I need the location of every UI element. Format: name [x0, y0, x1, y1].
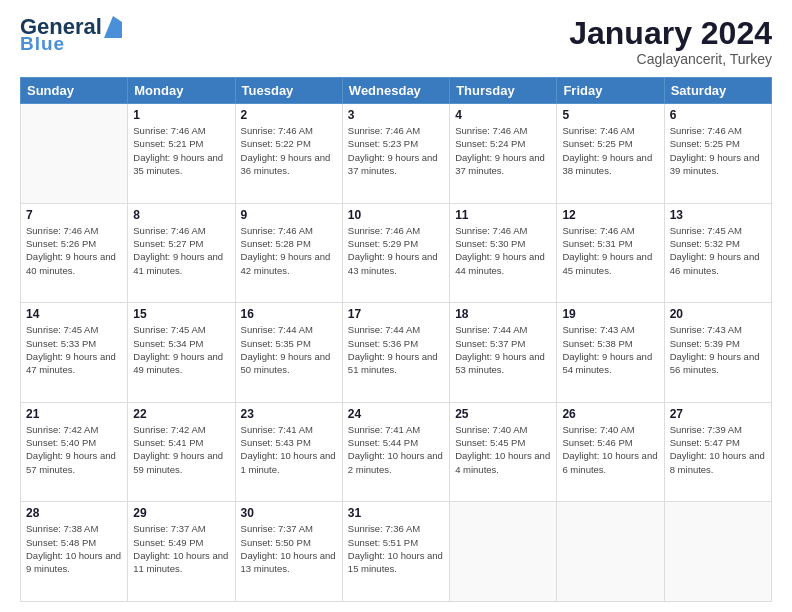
day-info: Sunrise: 7:46 AM Sunset: 5:23 PM Dayligh…: [348, 124, 444, 177]
day-number: 18: [455, 307, 551, 321]
calendar-cell: 26 Sunrise: 7:40 AM Sunset: 5:46 PM Dayl…: [557, 402, 664, 502]
day-info: Sunrise: 7:46 AM Sunset: 5:24 PM Dayligh…: [455, 124, 551, 177]
day-info: Sunrise: 7:41 AM Sunset: 5:44 PM Dayligh…: [348, 423, 444, 476]
day-info: Sunrise: 7:46 AM Sunset: 5:28 PM Dayligh…: [241, 224, 337, 277]
day-number: 2: [241, 108, 337, 122]
day-info: Sunrise: 7:46 AM Sunset: 5:25 PM Dayligh…: [562, 124, 658, 177]
day-info: Sunrise: 7:46 AM Sunset: 5:26 PM Dayligh…: [26, 224, 122, 277]
day-number: 4: [455, 108, 551, 122]
day-number: 14: [26, 307, 122, 321]
col-sunday: Sunday: [21, 78, 128, 104]
calendar-cell: 30 Sunrise: 7:37 AM Sunset: 5:50 PM Dayl…: [235, 502, 342, 602]
calendar-cell: 1 Sunrise: 7:46 AM Sunset: 5:21 PM Dayli…: [128, 104, 235, 204]
day-number: 22: [133, 407, 229, 421]
day-info: Sunrise: 7:43 AM Sunset: 5:38 PM Dayligh…: [562, 323, 658, 376]
day-number: 26: [562, 407, 658, 421]
col-friday: Friday: [557, 78, 664, 104]
calendar-cell: 7 Sunrise: 7:46 AM Sunset: 5:26 PM Dayli…: [21, 203, 128, 303]
calendar-cell: 19 Sunrise: 7:43 AM Sunset: 5:38 PM Dayl…: [557, 303, 664, 403]
calendar-cell: 12 Sunrise: 7:46 AM Sunset: 5:31 PM Dayl…: [557, 203, 664, 303]
col-monday: Monday: [128, 78, 235, 104]
day-number: 3: [348, 108, 444, 122]
calendar-cell: [664, 502, 771, 602]
logo-blue: Blue: [20, 34, 122, 53]
day-info: Sunrise: 7:46 AM Sunset: 5:31 PM Dayligh…: [562, 224, 658, 277]
day-number: 30: [241, 506, 337, 520]
calendar-cell: 14 Sunrise: 7:45 AM Sunset: 5:33 PM Dayl…: [21, 303, 128, 403]
day-info: Sunrise: 7:42 AM Sunset: 5:41 PM Dayligh…: [133, 423, 229, 476]
col-tuesday: Tuesday: [235, 78, 342, 104]
day-info: Sunrise: 7:45 AM Sunset: 5:32 PM Dayligh…: [670, 224, 766, 277]
calendar-cell: [557, 502, 664, 602]
calendar-cell: 23 Sunrise: 7:41 AM Sunset: 5:43 PM Dayl…: [235, 402, 342, 502]
day-number: 1: [133, 108, 229, 122]
day-number: 12: [562, 208, 658, 222]
day-number: 23: [241, 407, 337, 421]
calendar-cell: 4 Sunrise: 7:46 AM Sunset: 5:24 PM Dayli…: [450, 104, 557, 204]
day-number: 25: [455, 407, 551, 421]
calendar-cell: 3 Sunrise: 7:46 AM Sunset: 5:23 PM Dayli…: [342, 104, 449, 204]
day-info: Sunrise: 7:37 AM Sunset: 5:50 PM Dayligh…: [241, 522, 337, 575]
day-number: 29: [133, 506, 229, 520]
calendar-cell: 31 Sunrise: 7:36 AM Sunset: 5:51 PM Dayl…: [342, 502, 449, 602]
day-number: 8: [133, 208, 229, 222]
calendar-cell: 2 Sunrise: 7:46 AM Sunset: 5:22 PM Dayli…: [235, 104, 342, 204]
day-info: Sunrise: 7:46 AM Sunset: 5:22 PM Dayligh…: [241, 124, 337, 177]
day-number: 27: [670, 407, 766, 421]
calendar-cell: 28 Sunrise: 7:38 AM Sunset: 5:48 PM Dayl…: [21, 502, 128, 602]
day-info: Sunrise: 7:41 AM Sunset: 5:43 PM Dayligh…: [241, 423, 337, 476]
logo: General Blue: [20, 16, 122, 53]
header-row: Sunday Monday Tuesday Wednesday Thursday…: [21, 78, 772, 104]
calendar-cell: 21 Sunrise: 7:42 AM Sunset: 5:40 PM Dayl…: [21, 402, 128, 502]
col-wednesday: Wednesday: [342, 78, 449, 104]
day-number: 20: [670, 307, 766, 321]
day-number: 6: [670, 108, 766, 122]
day-number: 9: [241, 208, 337, 222]
day-info: Sunrise: 7:44 AM Sunset: 5:35 PM Dayligh…: [241, 323, 337, 376]
day-info: Sunrise: 7:46 AM Sunset: 5:29 PM Dayligh…: [348, 224, 444, 277]
calendar-cell: 22 Sunrise: 7:42 AM Sunset: 5:41 PM Dayl…: [128, 402, 235, 502]
day-number: 28: [26, 506, 122, 520]
day-info: Sunrise: 7:37 AM Sunset: 5:49 PM Dayligh…: [133, 522, 229, 575]
calendar-cell: 5 Sunrise: 7:46 AM Sunset: 5:25 PM Dayli…: [557, 104, 664, 204]
subtitle: Caglayancerit, Turkey: [569, 51, 772, 67]
page: General Blue January 2024 Caglayancerit,…: [0, 0, 792, 612]
title-block: January 2024 Caglayancerit, Turkey: [569, 16, 772, 67]
calendar-cell: 20 Sunrise: 7:43 AM Sunset: 5:39 PM Dayl…: [664, 303, 771, 403]
calendar-cell: [450, 502, 557, 602]
day-number: 7: [26, 208, 122, 222]
calendar-cell: 29 Sunrise: 7:37 AM Sunset: 5:49 PM Dayl…: [128, 502, 235, 602]
calendar-cell: 15 Sunrise: 7:45 AM Sunset: 5:34 PM Dayl…: [128, 303, 235, 403]
calendar-cell: [21, 104, 128, 204]
day-info: Sunrise: 7:39 AM Sunset: 5:47 PM Dayligh…: [670, 423, 766, 476]
calendar-cell: 18 Sunrise: 7:44 AM Sunset: 5:37 PM Dayl…: [450, 303, 557, 403]
calendar-week-1: 1 Sunrise: 7:46 AM Sunset: 5:21 PM Dayli…: [21, 104, 772, 204]
calendar-cell: 17 Sunrise: 7:44 AM Sunset: 5:36 PM Dayl…: [342, 303, 449, 403]
day-number: 10: [348, 208, 444, 222]
page-title: January 2024: [569, 16, 772, 51]
day-info: Sunrise: 7:46 AM Sunset: 5:30 PM Dayligh…: [455, 224, 551, 277]
day-info: Sunrise: 7:46 AM Sunset: 5:27 PM Dayligh…: [133, 224, 229, 277]
calendar-cell: 27 Sunrise: 7:39 AM Sunset: 5:47 PM Dayl…: [664, 402, 771, 502]
calendar-cell: 8 Sunrise: 7:46 AM Sunset: 5:27 PM Dayli…: [128, 203, 235, 303]
calendar-cell: 10 Sunrise: 7:46 AM Sunset: 5:29 PM Dayl…: [342, 203, 449, 303]
day-info: Sunrise: 7:44 AM Sunset: 5:36 PM Dayligh…: [348, 323, 444, 376]
calendar-cell: 11 Sunrise: 7:46 AM Sunset: 5:30 PM Dayl…: [450, 203, 557, 303]
day-info: Sunrise: 7:42 AM Sunset: 5:40 PM Dayligh…: [26, 423, 122, 476]
day-number: 16: [241, 307, 337, 321]
day-number: 5: [562, 108, 658, 122]
calendar-cell: 16 Sunrise: 7:44 AM Sunset: 5:35 PM Dayl…: [235, 303, 342, 403]
calendar-cell: 24 Sunrise: 7:41 AM Sunset: 5:44 PM Dayl…: [342, 402, 449, 502]
day-number: 19: [562, 307, 658, 321]
col-thursday: Thursday: [450, 78, 557, 104]
day-info: Sunrise: 7:45 AM Sunset: 5:33 PM Dayligh…: [26, 323, 122, 376]
day-info: Sunrise: 7:43 AM Sunset: 5:39 PM Dayligh…: [670, 323, 766, 376]
day-info: Sunrise: 7:38 AM Sunset: 5:48 PM Dayligh…: [26, 522, 122, 575]
day-info: Sunrise: 7:40 AM Sunset: 5:45 PM Dayligh…: [455, 423, 551, 476]
calendar-cell: 13 Sunrise: 7:45 AM Sunset: 5:32 PM Dayl…: [664, 203, 771, 303]
calendar-cell: 25 Sunrise: 7:40 AM Sunset: 5:45 PM Dayl…: [450, 402, 557, 502]
calendar-week-4: 21 Sunrise: 7:42 AM Sunset: 5:40 PM Dayl…: [21, 402, 772, 502]
day-info: Sunrise: 7:44 AM Sunset: 5:37 PM Dayligh…: [455, 323, 551, 376]
calendar-cell: 9 Sunrise: 7:46 AM Sunset: 5:28 PM Dayli…: [235, 203, 342, 303]
day-info: Sunrise: 7:40 AM Sunset: 5:46 PM Dayligh…: [562, 423, 658, 476]
